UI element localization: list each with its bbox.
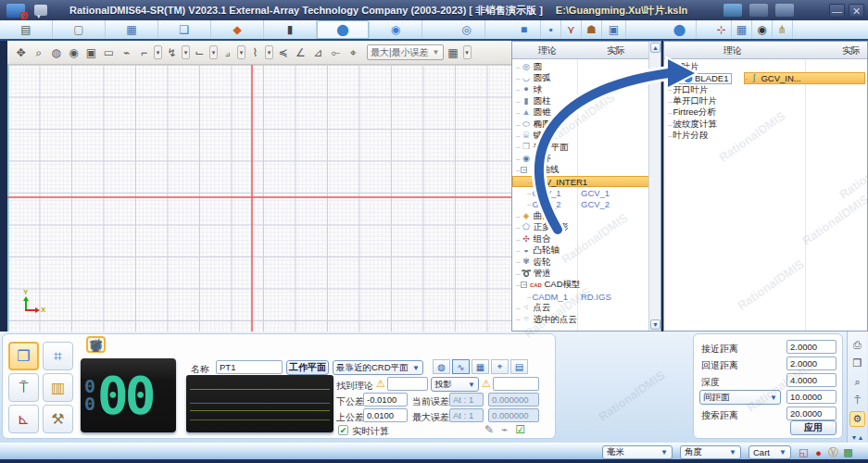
machine-icon[interactable] [775,4,794,17]
tree-row[interactable]: –◡圆弧 [512,72,660,83]
expand-minus-icon[interactable]: − [521,167,527,173]
tree-row[interactable]: –⬠正多边形 [512,222,660,233]
tree-row[interactable]: –◉圆环 [512,153,660,164]
image-icon[interactable]: ▣ [83,44,99,60]
tree-row[interactable]: –✣组合 [512,233,660,244]
tree-row[interactable]: –波纹度计算 [664,119,867,130]
tab-probe-build[interactable]: ⋎ [561,20,582,39]
param-input[interactable] [786,390,837,404]
layout-dropdown[interactable]: ▾ [463,45,472,59]
tree-row[interactable]: –GCV_1GCV_1 [512,187,660,198]
tab-screen-cad[interactable]: ▣ [602,20,626,39]
tab-theory[interactable]: 理论 [538,44,557,57]
tree-row[interactable]: –−ʃ曲线 [512,165,660,176]
blade1-item[interactable]: ⬤BLADE1 [679,73,732,84]
find-theory-input[interactable] [387,377,428,391]
scroll-up-icon[interactable]: ▲ [650,43,660,53]
graph-tab[interactable]: ∿ [452,359,470,374]
probe-button[interactable]: ⍑ [8,373,39,402]
tab-yx[interactable]: ⋔ [773,20,793,39]
probe-cube-icon[interactable]: ❒ [849,356,865,371]
tab-mask[interactable]: ☗ [582,20,602,39]
tree-row[interactable]: –Firtree分析 [664,107,867,119]
tree-row[interactable]: –✾齿轮 [512,257,660,268]
probe-e-icon[interactable]: ⌇ [247,44,263,60]
tree-row[interactable]: –⁖点云 [512,302,660,313]
spacing-combo[interactable]: 间距面▼ [699,390,781,405]
tree-row[interactable]: –➰管道 [512,268,660,279]
probe-b-icon[interactable]: ↯ [164,44,180,60]
tree-row[interactable]: –⌸键槽 [512,130,660,141]
snapshot-icon[interactable]: ▭ [101,44,117,60]
probe-i-icon[interactable]: ⟜ [328,44,344,60]
param-input[interactable] [786,340,837,354]
probe-e-icon-dropdown[interactable]: ▾ [265,45,273,59]
tree-row[interactable]: –单开口叶片 [664,95,867,106]
projection-combo[interactable]: 投影▼ [431,377,479,392]
tree-row[interactable]: –⬭椭圆 [512,119,660,130]
probe-tool-icon[interactable]: ⍑ [849,393,865,408]
probe-h-icon[interactable]: ⊿ [310,44,326,60]
crd-plane-combo[interactable]: 最靠近的CRD平面▼ [333,360,423,375]
probe-c-icon[interactable]: ⌙ [192,44,208,60]
probe-status-icon[interactable]: ● [811,445,825,459]
zoom-icon[interactable]: ⌕ [849,374,865,390]
tree-row[interactable]: –▲圆锥 [512,107,660,119]
program-status-icon[interactable]: Ⓥ [826,445,840,459]
probe-b-icon-dropdown[interactable]: ▾ [182,45,190,59]
realtime-checkbox[interactable]: ✔ [338,425,348,435]
pipe-icon[interactable]: ➰ [86,336,106,354]
tree-row[interactable]: –−叶片 [664,61,867,72]
name-input[interactable] [216,360,283,374]
joystick-icon[interactable] [723,4,742,17]
tree-row[interactable]: ⬤BLADE1–ʃGCV_IN... [664,72,867,83]
table-tab[interactable]: ▦ [472,359,489,374]
feature-tree-scrollbar[interactable]: ▲ ▼ [648,42,660,331]
expand-minus-icon[interactable]: − [521,282,527,288]
axes-button[interactable]: ⊾ [8,405,39,433]
coord-combo[interactable]: Cart▼ [748,445,791,459]
upper-tol-input[interactable] [363,408,408,422]
tab-cam2[interactable]: ◉ [752,20,773,39]
angle-combo[interactable]: 角度▼ [680,445,741,459]
unit-combo[interactable]: 毫米▼ [602,445,673,459]
tab-feature-ball[interactable]: ⬤ [317,20,370,39]
machine-tool-button[interactable]: ⚒ [43,405,73,433]
measure-mode-button[interactable]: ❒ [8,342,39,370]
app-icon[interactable] [6,4,25,18]
settings-gear-icon[interactable]: ⚙ [849,411,865,427]
probe-d-icon[interactable]: ⟓ [220,44,235,60]
tab-cad-cube[interactable]: ■ [508,20,541,39]
param-input[interactable] [786,373,837,387]
probe-path-tab[interactable]: ⌖ [491,359,509,374]
scroll-down-icon[interactable]: ▼ [650,319,660,330]
minimize-button[interactable]: — [829,4,845,18]
tab-machine[interactable]: ▤ [0,20,53,39]
tab-axes[interactable]: ⊹ [711,20,732,39]
probe-c-icon-dropdown[interactable]: ▾ [209,45,218,59]
caliper-button[interactable]: ⌗ [43,342,73,370]
tab-sphere[interactable]: ⬤ [663,20,697,39]
tree-row[interactable]: –❐平行平面 [512,142,660,153]
tab-colors[interactable]: ◆ [211,20,264,39]
probe-g-icon[interactable]: ∠ [293,44,308,60]
layout-icon[interactable]: ▦ [446,44,461,60]
tab-actual-right[interactable]: 实际 [842,44,861,57]
tree-row[interactable]: –⁘选中的点云 [512,314,660,325]
param-input[interactable] [786,407,837,420]
sphere-info-tab[interactable]: ◍ [433,359,450,374]
zoom-window-icon[interactable]: ⌕ [31,44,46,60]
eye-icon[interactable]: ◉ [66,44,82,60]
param-input[interactable] [786,357,837,370]
tab-window[interactable]: ▦ [106,20,158,39]
close-button[interactable]: ✕ [849,4,864,18]
probe-small-icon[interactable]: ⌁ [501,423,508,436]
tab-eye[interactable]: ◉ [370,20,422,39]
probe-a-icon[interactable]: ⌐ [136,44,152,60]
tree-row[interactable]: –−CADCAD模型 [512,280,660,291]
list-tab[interactable]: ▤ [510,359,528,374]
lower-tol-input[interactable] [363,393,408,407]
tree-row[interactable]: –开口叶片 [664,84,867,95]
tab-camera[interactable]: ◎ [448,20,485,39]
probe-rotate-icon[interactable]: ⌁ [119,44,134,60]
